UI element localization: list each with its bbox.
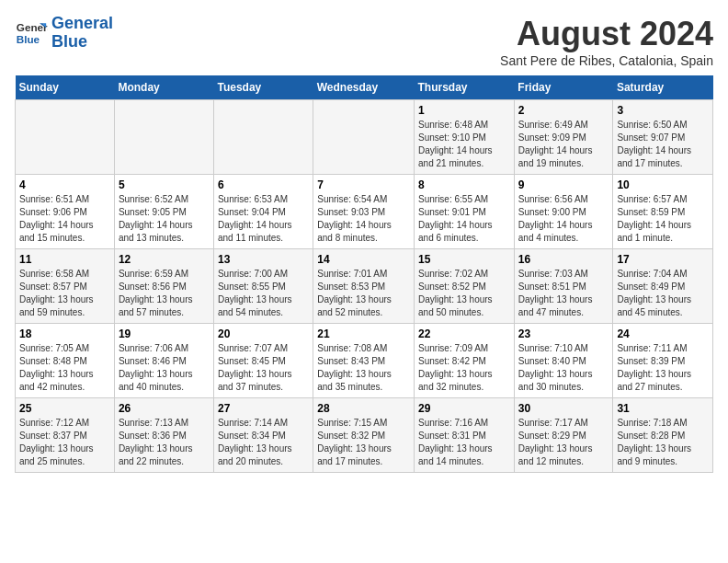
day-info: Sunrise: 7:00 AM Sunset: 8:55 PM Dayligh…: [218, 268, 309, 319]
calendar-cell: [313, 100, 415, 175]
day-number: 1: [418, 104, 510, 117]
day-info: Sunrise: 7:17 AM Sunset: 8:29 PM Dayligh…: [518, 417, 609, 468]
day-info: Sunrise: 7:08 AM Sunset: 8:43 PM Dayligh…: [317, 342, 410, 394]
calendar-cell: 25Sunrise: 7:12 AM Sunset: 8:37 PM Dayli…: [16, 398, 115, 473]
day-info: Sunrise: 6:50 AM Sunset: 9:07 PM Dayligh…: [617, 119, 709, 170]
logo-text: General Blue: [51, 15, 113, 52]
calendar-week-4: 18Sunrise: 7:05 AM Sunset: 8:48 PM Dayli…: [16, 324, 713, 398]
day-info: Sunrise: 7:13 AM Sunset: 8:36 PM Dayligh…: [119, 417, 210, 468]
day-info: Sunrise: 6:53 AM Sunset: 9:04 PM Dayligh…: [218, 193, 309, 245]
calendar-cell: 17Sunrise: 7:04 AM Sunset: 8:49 PM Dayli…: [613, 249, 713, 324]
calendar-cell: 19Sunrise: 7:06 AM Sunset: 8:46 PM Dayli…: [114, 324, 213, 398]
day-number: 8: [418, 178, 510, 191]
day-info: Sunrise: 7:02 AM Sunset: 8:52 PM Dayligh…: [418, 268, 510, 319]
day-info: Sunrise: 7:11 AM Sunset: 8:39 PM Dayligh…: [617, 342, 709, 394]
day-number: 23: [518, 327, 609, 340]
calendar-cell: 21Sunrise: 7:08 AM Sunset: 8:43 PM Dayli…: [313, 324, 415, 398]
calendar-cell: 15Sunrise: 7:02 AM Sunset: 8:52 PM Dayli…: [415, 249, 515, 324]
calendar-cell: 31Sunrise: 7:18 AM Sunset: 8:28 PM Dayli…: [613, 398, 713, 473]
day-number: 29: [418, 402, 510, 415]
day-info: Sunrise: 6:51 AM Sunset: 9:06 PM Dayligh…: [19, 193, 110, 245]
calendar-cell: 29Sunrise: 7:16 AM Sunset: 8:31 PM Dayli…: [415, 398, 515, 473]
calendar-cell: 7Sunrise: 6:54 AM Sunset: 9:03 PM Daylig…: [313, 175, 415, 249]
calendar-cell: 2Sunrise: 6:49 AM Sunset: 9:09 PM Daylig…: [514, 100, 613, 175]
calendar-cell: 11Sunrise: 6:58 AM Sunset: 8:57 PM Dayli…: [16, 249, 115, 324]
weekday-header-sunday: Sunday: [16, 75, 115, 100]
day-info: Sunrise: 7:18 AM Sunset: 8:28 PM Dayligh…: [617, 417, 709, 468]
calendar-cell: 4Sunrise: 6:51 AM Sunset: 9:06 PM Daylig…: [16, 175, 115, 249]
calendar-cell: 30Sunrise: 7:17 AM Sunset: 8:29 PM Dayli…: [514, 398, 613, 473]
day-number: 4: [19, 178, 110, 191]
day-info: Sunrise: 6:54 AM Sunset: 9:03 PM Dayligh…: [317, 193, 410, 245]
day-number: 13: [218, 253, 309, 266]
day-number: 12: [119, 253, 210, 266]
day-number: 17: [617, 253, 709, 266]
day-number: 27: [218, 402, 309, 415]
day-info: Sunrise: 7:10 AM Sunset: 8:40 PM Dayligh…: [518, 342, 609, 394]
day-info: Sunrise: 7:14 AM Sunset: 8:34 PM Dayligh…: [218, 417, 309, 468]
weekday-header-friday: Friday: [514, 75, 613, 100]
day-info: Sunrise: 7:15 AM Sunset: 8:32 PM Dayligh…: [317, 417, 410, 468]
day-info: Sunrise: 6:57 AM Sunset: 8:59 PM Dayligh…: [617, 193, 709, 245]
day-number: 5: [119, 178, 210, 191]
day-number: 30: [518, 402, 609, 415]
day-info: Sunrise: 7:16 AM Sunset: 8:31 PM Dayligh…: [418, 417, 510, 468]
page-header: General Blue General Blue August 2024 Sa…: [15, 15, 713, 68]
calendar-cell: [213, 100, 313, 175]
calendar-cell: 10Sunrise: 6:57 AM Sunset: 8:59 PM Dayli…: [613, 175, 713, 249]
day-info: Sunrise: 7:09 AM Sunset: 8:42 PM Dayligh…: [418, 342, 510, 394]
calendar-cell: 5Sunrise: 6:52 AM Sunset: 9:05 PM Daylig…: [114, 175, 213, 249]
day-info: Sunrise: 7:01 AM Sunset: 8:53 PM Dayligh…: [317, 268, 410, 319]
day-number: 20: [218, 327, 309, 340]
day-info: Sunrise: 6:48 AM Sunset: 9:10 PM Dayligh…: [418, 119, 510, 170]
calendar-cell: 13Sunrise: 7:00 AM Sunset: 8:55 PM Dayli…: [213, 249, 313, 324]
calendar-cell: 6Sunrise: 6:53 AM Sunset: 9:04 PM Daylig…: [213, 175, 313, 249]
calendar-cell: 8Sunrise: 6:55 AM Sunset: 9:01 PM Daylig…: [415, 175, 515, 249]
subtitle: Sant Pere de Ribes, Catalonia, Spain: [500, 53, 713, 68]
logo: General Blue General Blue: [15, 15, 113, 52]
day-number: 25: [19, 402, 110, 415]
day-number: 18: [19, 327, 110, 340]
day-number: 31: [617, 402, 709, 415]
day-number: 3: [617, 104, 709, 117]
svg-text:Blue: Blue: [17, 33, 40, 45]
day-info: Sunrise: 6:58 AM Sunset: 8:57 PM Dayligh…: [19, 268, 110, 319]
day-number: 21: [317, 327, 410, 340]
calendar-week-1: 1Sunrise: 6:48 AM Sunset: 9:10 PM Daylig…: [16, 100, 713, 175]
calendar-cell: 18Sunrise: 7:05 AM Sunset: 8:48 PM Dayli…: [16, 324, 115, 398]
calendar-cell: 3Sunrise: 6:50 AM Sunset: 9:07 PM Daylig…: [613, 100, 713, 175]
calendar-header-row: SundayMondayTuesdayWednesdayThursdayFrid…: [16, 75, 713, 100]
day-number: 2: [518, 104, 609, 117]
title-block: August 2024 Sant Pere de Ribes, Cataloni…: [500, 15, 713, 68]
day-info: Sunrise: 7:07 AM Sunset: 8:45 PM Dayligh…: [218, 342, 309, 394]
weekday-header-saturday: Saturday: [613, 75, 713, 100]
day-number: 6: [218, 178, 309, 191]
day-info: Sunrise: 7:12 AM Sunset: 8:37 PM Dayligh…: [19, 417, 110, 468]
day-info: Sunrise: 6:55 AM Sunset: 9:01 PM Dayligh…: [418, 193, 510, 245]
main-title: August 2024: [500, 15, 713, 53]
day-number: 22: [418, 327, 510, 340]
day-info: Sunrise: 6:56 AM Sunset: 9:00 PM Dayligh…: [518, 193, 609, 245]
day-number: 7: [317, 178, 410, 191]
calendar-cell: 1Sunrise: 6:48 AM Sunset: 9:10 PM Daylig…: [415, 100, 515, 175]
logo-icon: General Blue: [15, 17, 48, 50]
calendar-cell: [114, 100, 213, 175]
weekday-header-tuesday: Tuesday: [213, 75, 313, 100]
day-number: 28: [317, 402, 410, 415]
svg-text:General: General: [17, 21, 48, 33]
calendar-cell: 9Sunrise: 6:56 AM Sunset: 9:00 PM Daylig…: [514, 175, 613, 249]
calendar-cell: 23Sunrise: 7:10 AM Sunset: 8:40 PM Dayli…: [514, 324, 613, 398]
day-info: Sunrise: 7:03 AM Sunset: 8:51 PM Dayligh…: [518, 268, 609, 319]
day-info: Sunrise: 7:05 AM Sunset: 8:48 PM Dayligh…: [19, 342, 110, 394]
weekday-header-wednesday: Wednesday: [313, 75, 415, 100]
day-info: Sunrise: 6:49 AM Sunset: 9:09 PM Dayligh…: [518, 119, 609, 170]
day-number: 16: [518, 253, 609, 266]
calendar-cell: 26Sunrise: 7:13 AM Sunset: 8:36 PM Dayli…: [114, 398, 213, 473]
calendar-cell: 12Sunrise: 6:59 AM Sunset: 8:56 PM Dayli…: [114, 249, 213, 324]
calendar-cell: [16, 100, 115, 175]
day-number: 9: [518, 178, 609, 191]
calendar-table: SundayMondayTuesdayWednesdayThursdayFrid…: [15, 75, 713, 473]
calendar-cell: 22Sunrise: 7:09 AM Sunset: 8:42 PM Dayli…: [415, 324, 515, 398]
calendar-cell: 16Sunrise: 7:03 AM Sunset: 8:51 PM Dayli…: [514, 249, 613, 324]
day-info: Sunrise: 7:04 AM Sunset: 8:49 PM Dayligh…: [617, 268, 709, 319]
